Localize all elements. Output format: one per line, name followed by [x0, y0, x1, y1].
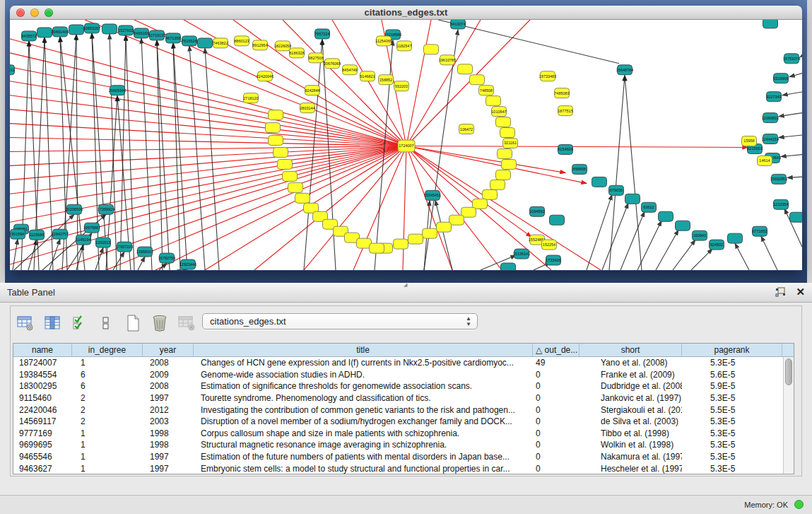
- network-node[interactable]: 1182547: [397, 41, 412, 51]
- network-node[interactable]: [288, 182, 303, 192]
- network-node[interactable]: 6771852: [752, 226, 767, 236]
- network-node[interactable]: 14614: [758, 156, 772, 165]
- network-node[interactable]: [283, 171, 298, 181]
- network-node[interactable]: 15692951: [770, 174, 787, 184]
- table-row[interactable]: 977716911998Corpus callosum shape and si…: [13, 428, 794, 440]
- table-row[interactable]: 1938455462009Genome-wide association stu…: [13, 369, 794, 381]
- network-node[interactable]: [763, 20, 778, 28]
- network-node[interactable]: 748508: [479, 86, 494, 95]
- network-hub-node[interactable]: 1724007: [398, 140, 415, 152]
- network-node[interactable]: 18226058: [274, 41, 291, 51]
- column-select-icon[interactable]: [43, 314, 61, 332]
- network-node[interactable]: 12942757: [52, 229, 69, 239]
- close-window-button[interactable]: [16, 8, 25, 17]
- row-check-icon[interactable]: [70, 314, 88, 332]
- table-settings-icon[interactable]: [16, 314, 35, 332]
- network-node[interactable]: [102, 24, 117, 34]
- network-node[interactable]: 9242848: [305, 86, 319, 95]
- network-node[interactable]: 4671358: [165, 33, 180, 43]
- network-node[interactable]: [37, 28, 52, 37]
- network-node[interactable]: 932203: [394, 81, 409, 91]
- table-row[interactable]: 1872400712008Changes of HCN gene express…: [13, 357, 794, 369]
- network-node[interactable]: 12093832: [762, 113, 779, 123]
- network-node[interactable]: 15345451: [424, 190, 441, 200]
- column-header-short[interactable]: short: [579, 344, 682, 356]
- table-row[interactable]: 2242004622012Investigating the contribut…: [13, 404, 794, 416]
- network-node[interactable]: 8454749: [342, 65, 357, 75]
- network-node[interactable]: [69, 25, 84, 35]
- zoom-window-button[interactable]: [45, 8, 53, 17]
- network-node[interactable]: [370, 243, 384, 253]
- network-node[interactable]: 8912954: [252, 40, 267, 50]
- table-row[interactable]: 1830029562008Estimation of significance …: [13, 380, 794, 392]
- window-titlebar[interactable]: citations_edges.txt: [10, 6, 802, 20]
- column-header-year[interactable]: year: [143, 344, 194, 356]
- network-node[interactable]: [659, 211, 673, 221]
- network-node[interactable]: 20676068: [324, 59, 341, 69]
- network-node[interactable]: 9154699: [558, 145, 572, 155]
- network-node[interactable]: 16648784: [616, 65, 633, 75]
- network-node[interactable]: 12923446: [180, 259, 196, 269]
- column-header-pagerank[interactable]: pagerank: [682, 344, 782, 356]
- network-node[interactable]: 391594: [11, 229, 25, 239]
- network-node[interactable]: [449, 215, 464, 225]
- network-node[interactable]: 19733483: [539, 71, 556, 81]
- network-node[interactable]: 93612: [642, 202, 657, 212]
- network-node[interactable]: [483, 189, 498, 199]
- network-node[interactable]: [728, 233, 743, 243]
- network-node[interactable]: 22420046: [257, 71, 273, 81]
- network-node[interactable]: 1733426: [546, 255, 560, 265]
- network-node[interactable]: 10653267: [83, 23, 100, 33]
- network-node[interactable]: [437, 222, 452, 232]
- new-document-icon[interactable]: [124, 314, 142, 332]
- network-node[interactable]: [198, 38, 213, 48]
- network-node[interactable]: 15751074: [783, 54, 800, 64]
- network-node[interactable]: 16782759: [158, 253, 175, 263]
- network-node[interactable]: 10719135: [148, 30, 165, 40]
- network-node[interactable]: [394, 239, 408, 249]
- network-node[interactable]: 7463822: [213, 38, 228, 48]
- network-node[interactable]: 20691406: [52, 27, 69, 37]
- scrollbar-thumb[interactable]: [785, 358, 792, 385]
- network-node[interactable]: [458, 64, 473, 74]
- network-canvas[interactable]: 9435572206914061065326715276026466160107…: [10, 20, 802, 270]
- network-node[interactable]: 1115686: [30, 230, 45, 240]
- network-node[interactable]: 7957224: [314, 29, 329, 39]
- network-node[interactable]: [266, 123, 281, 133]
- network-node[interactable]: [423, 228, 437, 238]
- network-node[interactable]: 9435572: [21, 31, 36, 41]
- network-node[interactable]: [501, 263, 516, 270]
- network-node[interactable]: [486, 96, 501, 106]
- network-node[interactable]: 1527602: [118, 25, 133, 35]
- network-node[interactable]: 1350515: [95, 238, 110, 247]
- network-node[interactable]: [592, 177, 607, 187]
- network-node[interactable]: [424, 45, 439, 54]
- network-node[interactable]: 9827508: [308, 53, 323, 63]
- network-node[interactable]: 8860123: [234, 36, 249, 46]
- network-node[interactable]: [625, 194, 640, 204]
- minimize-window-button[interactable]: [30, 8, 39, 17]
- network-node[interactable]: 1210354: [773, 199, 788, 209]
- network-node[interactable]: 9227343: [766, 92, 781, 102]
- network-node[interactable]: [269, 136, 283, 146]
- network-node[interactable]: 19975887: [83, 223, 100, 233]
- table-selector-dropdown[interactable]: citations_edges.txt ▲▼: [202, 313, 478, 329]
- network-node[interactable]: 1094592: [529, 206, 544, 216]
- network-node[interactable]: 17957223: [116, 242, 133, 252]
- network-node[interactable]: [273, 147, 288, 157]
- network-node[interactable]: 106472: [459, 124, 474, 134]
- network-node[interactable]: [490, 180, 505, 189]
- network-node[interactable]: [408, 234, 423, 244]
- network-node[interactable]: [498, 148, 512, 158]
- panel-resize-grip[interactable]: ◢: [404, 282, 407, 288]
- network-node[interactable]: 924502: [710, 240, 724, 250]
- network-node[interactable]: [496, 117, 511, 127]
- network-node[interactable]: [790, 212, 803, 222]
- network-node[interactable]: [496, 170, 511, 180]
- network-node[interactable]: 8186328: [289, 48, 304, 58]
- rows-icon[interactable]: [97, 314, 115, 332]
- network-node[interactable]: 7515526: [182, 36, 196, 46]
- network-node[interactable]: 9146821: [360, 71, 375, 81]
- table-row[interactable]: 911546021997Tourette syndrome. Phenomeno…: [13, 392, 794, 404]
- column-header-title[interactable]: title: [194, 344, 533, 356]
